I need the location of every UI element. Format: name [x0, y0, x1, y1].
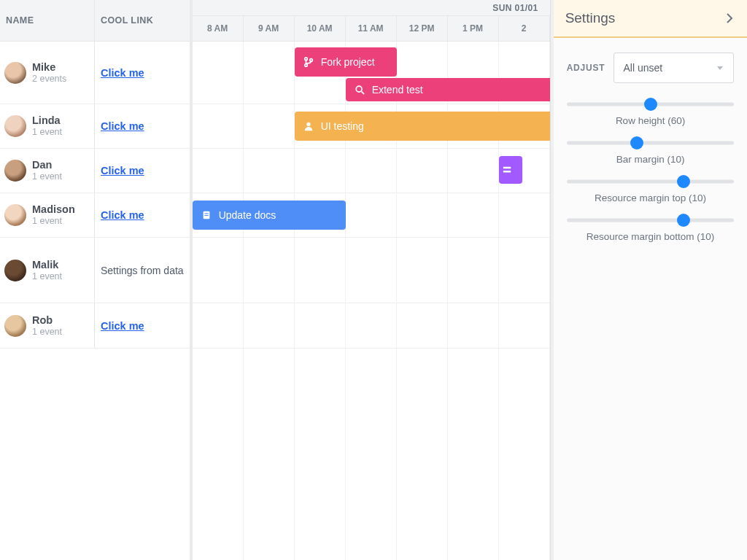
resource-row[interactable]: Malik1 eventSettings from data: [0, 238, 190, 303]
resource-event-count: 1 event: [32, 271, 62, 281]
scheduler-event[interactable]: UI testing: [295, 112, 550, 141]
svg-point-2: [309, 59, 312, 62]
event-label: Extend test: [372, 84, 423, 96]
slider-track: [567, 219, 735, 222]
svg-rect-9: [204, 215, 208, 216]
cool-link[interactable]: Click me: [101, 67, 144, 79]
svg-rect-8: [204, 213, 208, 214]
slider[interactable]: [567, 136, 735, 149]
resource-name-block: Linda1 event: [32, 114, 62, 137]
svg-point-0: [304, 58, 307, 61]
settings-body: ADJUST All unset Row height (60)Bar marg…: [554, 38, 747, 257]
resource-row[interactable]: Linda1 eventClick me: [0, 104, 190, 149]
resource-row[interactable]: Mike2 eventsClick me: [0, 42, 190, 104]
slider-group: Resource margin top (10): [567, 175, 735, 203]
hour-header-cell: 8 AM: [193, 16, 244, 41]
event-label: Update docs: [219, 209, 276, 221]
adjust-label: ADJUST: [567, 63, 605, 73]
resource-name-cell: Mike2 events: [0, 42, 95, 104]
resource-name: Malik: [32, 259, 62, 271]
slider-thumb[interactable]: [677, 175, 690, 188]
hour-header-label: 10 AM: [307, 23, 333, 34]
slider-label: Row height (60): [616, 115, 685, 126]
resource-name: Mike: [32, 61, 66, 74]
hour-header-label: 9 AM: [258, 23, 279, 34]
resource-name: Dan: [32, 159, 62, 171]
adjust-select[interactable]: All unset: [614, 52, 734, 83]
resource-link-cell: Click me: [95, 303, 190, 348]
timeline-row[interactable]: [193, 238, 550, 303]
resource-event-count: 2 events: [32, 74, 66, 84]
resource-row[interactable]: Dan1 eventClick me: [0, 149, 190, 193]
resource-row[interactable]: Madison1 eventClick me: [0, 193, 190, 238]
resource-name-block: Rob1 event: [32, 314, 62, 337]
resource-name-cell: Dan1 event: [0, 149, 95, 192]
avatar: [4, 315, 26, 337]
scheduler-event[interactable]: Update docs: [193, 201, 346, 230]
settings-title: Settings: [565, 10, 616, 26]
slider-thumb[interactable]: [644, 98, 657, 111]
column-header-name[interactable]: NAME: [0, 0, 95, 41]
avatar: [4, 115, 26, 137]
avatar: [4, 160, 26, 182]
slider-track: [567, 141, 735, 145]
resource-link-cell: Click me: [95, 104, 190, 148]
timeline-row[interactable]: [193, 303, 550, 349]
timeline-row[interactable]: [193, 149, 550, 193]
menu-icon: [502, 165, 512, 175]
hour-header-cell: 11 AM: [346, 16, 397, 41]
user-icon: [303, 121, 314, 131]
cool-link[interactable]: Click me: [101, 120, 144, 132]
resource-grid-header: NAME COOL LINK: [0, 0, 190, 42]
resource-name-block: Dan1 event: [32, 159, 62, 182]
scheduler: NAME COOL LINK Mike2 eventsClick meLinda…: [0, 0, 551, 560]
slider[interactable]: [567, 175, 735, 188]
resource-link-cell: Click me: [95, 42, 190, 104]
scheduler-event[interactable]: Fork project: [295, 47, 397, 77]
resource-event-count: 1 event: [32, 216, 75, 226]
settings-panel: Settings ADJUST All unset Ro: [551, 0, 747, 560]
avatar: [4, 260, 26, 281]
hour-header-cell: 1 PM: [448, 16, 499, 41]
branch-icon: [303, 57, 314, 67]
hour-header-label: 8 AM: [207, 23, 228, 34]
cool-link[interactable]: Click me: [101, 320, 144, 332]
resource-row[interactable]: Rob1 eventClick me: [0, 303, 190, 349]
resource-link-cell: Click me: [95, 193, 190, 237]
resource-event-count: 1 event: [32, 171, 62, 182]
svg-point-4: [306, 122, 310, 126]
hour-header-cell: 12 PM: [397, 16, 448, 41]
hour-header-label: 12 PM: [409, 23, 435, 34]
slider[interactable]: [567, 214, 735, 227]
scheduler-event[interactable]: Extend test: [346, 78, 550, 101]
day-header-label: SUN 01/01: [492, 3, 538, 13]
cool-link[interactable]: Click me: [101, 209, 144, 221]
column-header-link[interactable]: COOL LINK: [95, 0, 190, 41]
slider-group: Bar margin (10): [567, 136, 735, 165]
resource-name-block: Madison1 event: [32, 203, 75, 226]
resource-name-block: Malik1 event: [32, 259, 62, 281]
svg-rect-5: [503, 167, 511, 169]
slider[interactable]: [567, 98, 735, 111]
hour-header-cell: 9 AM: [244, 16, 295, 41]
caret-down-icon: [716, 63, 724, 72]
timeline-body[interactable]: Fork projectExtend testUI testingUpdate …: [193, 42, 550, 560]
slider-thumb[interactable]: [630, 136, 643, 149]
chevron-right-icon: [724, 12, 735, 24]
cool-link[interactable]: Click me: [101, 165, 144, 176]
slider-group: Row height (60): [567, 98, 735, 126]
event-label: Fork project: [321, 56, 375, 68]
event-label: UI testing: [321, 120, 364, 132]
search-icon: [355, 85, 365, 95]
cool-link-text: Settings from data: [101, 265, 184, 276]
resource-name-cell: Madison1 event: [0, 193, 95, 237]
svg-point-1: [304, 64, 307, 67]
settings-header[interactable]: Settings: [554, 0, 747, 38]
hour-header-label: 11 AM: [358, 23, 384, 34]
resource-name: Madison: [32, 203, 75, 216]
slider-label: Resource margin bottom (10): [587, 231, 715, 242]
scheduler-event[interactable]: [499, 156, 522, 184]
timeline: SUN 01/01 8 AM9 AM10 AM11 AM12 PM1 PM2 F…: [193, 0, 550, 560]
hour-header-cell: 10 AM: [295, 16, 346, 41]
slider-thumb[interactable]: [677, 214, 690, 227]
